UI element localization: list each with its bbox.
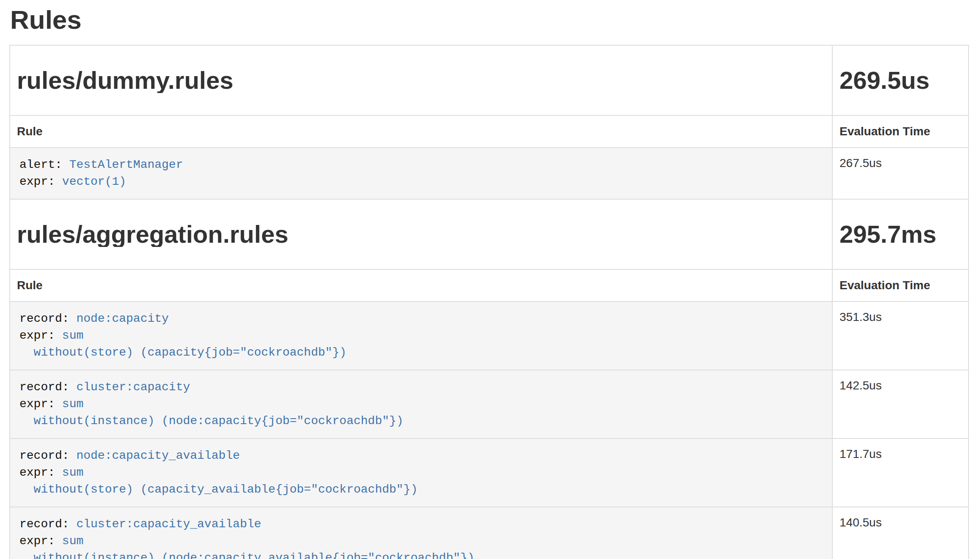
rule-link[interactable]: without(instance) (node:capacity_availab…	[19, 551, 474, 559]
rule-keyword: record:	[19, 518, 76, 531]
group-eval-heading: 269.5us	[840, 68, 961, 93]
rule-keyword: expr:	[19, 397, 62, 411]
page-title: Rules	[10, 6, 969, 34]
group-eval-heading: 295.7ms	[840, 222, 961, 247]
eval-time-cell: 142.5us	[832, 370, 969, 438]
rule-row: record: node:capacity_available expr: su…	[10, 438, 969, 507]
eval-time-column-header: Evaluation Time	[832, 269, 969, 301]
column-header-row: Rule Evaluation Time	[10, 269, 969, 301]
rule-keyword: expr:	[19, 329, 62, 342]
rule-keyword: expr:	[19, 534, 62, 548]
rule-code: alert: TestAlertManager expr: vector(1)	[10, 148, 832, 199]
rule-row: record: cluster:capacity_available expr:…	[10, 507, 969, 559]
rule-link[interactable]: sum	[62, 534, 83, 548]
group-eval-cell: 269.5us	[832, 45, 969, 115]
rule-link[interactable]: TestAlertManager	[69, 158, 183, 171]
rule-link[interactable]: sum	[62, 397, 83, 411]
rule-code: record: node:capacity expr: sum without(…	[10, 302, 832, 370]
group-file-cell: rules/dummy.rules	[10, 45, 832, 115]
rule-row: alert: TestAlertManager expr: vector(1) …	[10, 148, 969, 199]
rule-link[interactable]: sum	[62, 329, 83, 342]
rule-column-header: Rule	[10, 115, 832, 148]
rules-page: Rules rules/dummy.rules 269.5us Rule Eva…	[9, 6, 969, 559]
rule-link[interactable]: cluster:capacity	[76, 381, 190, 394]
rule-link[interactable]: without(instance) (node:capacity{job="co…	[19, 414, 403, 427]
rule-code: record: cluster:capacity_available expr:…	[10, 507, 832, 559]
rule-link[interactable]: node:capacity	[76, 312, 168, 325]
group-file-heading: rules/aggregation.rules	[17, 222, 825, 247]
rule-keyword: record:	[19, 381, 76, 394]
rule-keyword: expr:	[19, 175, 62, 188]
rule-keyword: alert:	[19, 158, 69, 171]
rule-code: record: node:capacity_available expr: su…	[10, 439, 832, 507]
group-header-row: rules/aggregation.rules 295.7ms	[10, 199, 969, 269]
rule-link[interactable]: vector(1)	[62, 175, 126, 188]
rule-cell: record: cluster:capacity expr: sum witho…	[10, 370, 832, 438]
group-file-cell: rules/aggregation.rules	[10, 199, 832, 269]
eval-time-cell: 140.5us	[832, 507, 969, 559]
eval-time-column-header: Evaluation Time	[832, 115, 969, 148]
rule-keyword: record:	[19, 312, 76, 325]
column-header-row: Rule Evaluation Time	[10, 115, 969, 148]
rules-table: rules/dummy.rules 269.5us Rule Evaluatio…	[9, 45, 969, 559]
rule-column-header: Rule	[10, 269, 832, 301]
rule-cell: alert: TestAlertManager expr: vector(1)	[10, 148, 832, 199]
group-header-row: rules/dummy.rules 269.5us	[10, 45, 969, 115]
rule-link[interactable]: without(store) (capacity_available{job="…	[19, 483, 418, 496]
rule-keyword: expr:	[19, 466, 62, 479]
group-eval-cell: 295.7ms	[832, 199, 969, 269]
rule-row: record: cluster:capacity expr: sum witho…	[10, 370, 969, 438]
rule-code: record: cluster:capacity expr: sum witho…	[10, 370, 832, 438]
rule-keyword: record:	[19, 449, 76, 462]
rule-row: record: node:capacity expr: sum without(…	[10, 301, 969, 370]
rule-link[interactable]: node:capacity_available	[76, 449, 239, 462]
rule-cell: record: cluster:capacity_available expr:…	[10, 507, 832, 559]
rule-cell: record: node:capacity_available expr: su…	[10, 438, 832, 507]
rule-link[interactable]: sum	[62, 466, 83, 479]
rule-cell: record: node:capacity expr: sum without(…	[10, 301, 832, 370]
rule-link[interactable]: cluster:capacity_available	[76, 518, 261, 531]
eval-time-cell: 171.7us	[832, 438, 969, 507]
eval-time-cell: 267.5us	[832, 148, 969, 199]
group-file-heading: rules/dummy.rules	[17, 68, 825, 93]
rule-link[interactable]: without(store) (capacity{job="cockroachd…	[19, 346, 347, 359]
eval-time-cell: 351.3us	[832, 301, 969, 370]
